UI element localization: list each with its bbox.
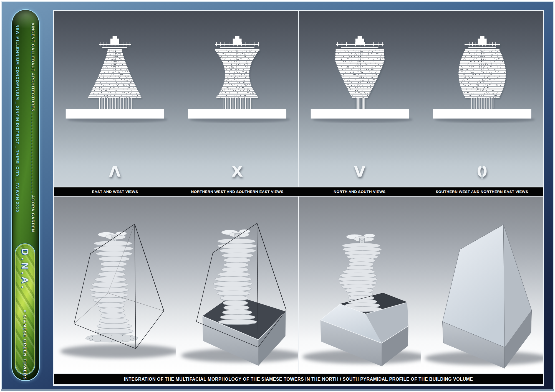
massing-panel-open-box [176,197,299,373]
profile-symbol: 0 [421,163,543,180]
architecture-presentation-board: { "sidebar": { "line1": "VINCENT CALLEBA… [0,0,555,392]
massing-render [421,197,543,373]
tower-elevation-drawing [421,11,543,187]
profile-symbol: Λ [54,163,176,180]
massing-render [54,197,176,373]
project-subtitle: SIAMESE GREEN TOWERS [23,315,27,380]
integration-caption: INTEGRATION OF THE MULTIFACIAL MORPHOLOG… [54,374,543,384]
tower-elevation-drawing [176,11,298,187]
panel-caption: NORTHERN WEST AND SOUTHERN EAST VIEWS [176,187,299,196]
massing-render [176,197,298,373]
panel-caption: SOUTHERN WEST AND NORTHERN EAST VIEWS [421,187,543,196]
architect-credit: VINCENT CALLEBAUT ARCHITECTURES ........… [31,23,35,232]
elevation-panel-east-west: Λ [54,11,176,187]
project-banner: VINCENT CALLEBAUT ARCHITECTURES ........… [12,10,39,380]
panel-caption: NORTH AND SOUTH VIEWS [299,187,421,196]
dna-logo-text: D.N.A. [20,248,30,291]
elevation-panel-nw-se: X [176,11,299,187]
registered-mark: ® [23,309,27,313]
massing-row [54,197,543,373]
dna-logo: D.N.A. ® SIAMESE GREEN TOWERS [15,243,35,375]
drawing-board: Λ X V 0 EAST AND WEST VIEWS NORTHERN WES… [53,10,544,386]
elevation-panel-sw-ne: 0 [421,11,543,187]
caption-bar-views: EAST AND WEST VIEWS NORTHERN WEST AND SO… [54,187,543,197]
panel-caption: EAST AND WEST VIEWS [54,187,176,196]
massing-panel-solid-volume [421,197,543,373]
stencil-notch [481,175,483,179]
profile-symbol: X [176,163,298,180]
elevation-row: Λ X V 0 [54,11,543,187]
stencil-notch [481,164,483,168]
massing-panel-solid-box [299,197,421,373]
bottom-bevel-strip [1,389,554,391]
massing-panel-wireframe [54,197,176,373]
project-location: NEW MILLENNIUM CONDOMINIUM _ XINYIN DIST… [15,24,20,212]
tower-elevation-drawing [299,11,421,187]
profile-symbol: V [299,163,421,180]
massing-render [299,197,421,373]
elevation-panel-north-south: V [299,11,421,187]
caption-bar-integration: INTEGRATION OF THE MULTIFACIAL MORPHOLOG… [54,373,543,385]
tower-elevation-drawing [54,11,176,187]
